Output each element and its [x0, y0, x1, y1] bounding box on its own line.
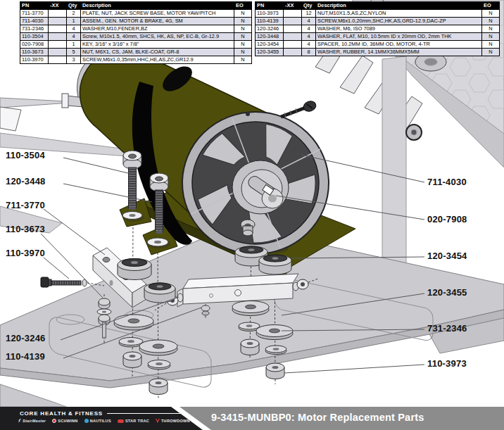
table-cell: 4 — [302, 25, 316, 33]
brand-logo-nautilus: NAUTILUS — [84, 419, 111, 423]
exploded-view-illustration — [0, 0, 504, 430]
table-cell: 2 — [67, 10, 81, 18]
hex-screw-horizontal — [41, 277, 87, 287]
table-cell — [284, 49, 302, 56]
table-cell: 110-3973 — [256, 10, 284, 18]
parts-table-left: PN-XXQtyDescriptionEO711-37702PLATE, NUT… — [20, 1, 252, 64]
brand-name: StairMaster — [23, 419, 46, 423]
table-cell — [284, 25, 302, 33]
table-cell — [49, 25, 67, 33]
table-cell — [49, 49, 67, 56]
footer-bar: CORE HEALTH & FITNESS StairMasterSCHWINN… — [0, 407, 504, 430]
motor-screw — [281, 99, 317, 118]
table-row: 110-35044Screw, M10x1.5, 40mm, SHCS, HK,… — [20, 33, 252, 41]
table-cell — [49, 33, 67, 41]
brand-name: THROWDOWN — [161, 419, 190, 423]
leader-line-711-3770 — [44, 209, 105, 255]
table-cell: N — [482, 49, 500, 56]
table-cell: 1 — [67, 41, 81, 49]
table-cell: 4 — [302, 18, 316, 25]
parts-diagram-page: PN-XXQtyDescriptionEO711-37702PLATE, NUT… — [0, 0, 504, 430]
table-cell: 711-4030 — [20, 18, 49, 25]
table-cell: NUT,M10X1.5,AS,ZC,NYLON — [316, 10, 482, 18]
table-row: 120-34558WASHER, RUBBER, 14.1MMX36MMX5MM… — [256, 49, 500, 56]
table-cell: N — [234, 49, 252, 56]
divider-rule — [107, 413, 182, 414]
column-header: EO — [234, 2, 252, 10]
column-header: Qty — [302, 2, 316, 10]
brand-icon-stairmaster — [18, 419, 21, 423]
table-row: 110-39703SCREW,M6x1.0,35mm,HHC,HE,AS,ZC,… — [20, 56, 252, 64]
table-cell: SCREW,M6x1.0,20mm,SHC,HK,AS,GRD-12.9,DAC… — [316, 18, 482, 25]
table-cell: 4 — [302, 33, 316, 41]
document-title: 9-3415-MUNBP0: Motor Replacement Parts — [211, 412, 424, 423]
table-cell: N — [482, 33, 500, 41]
table-row: 731-23464WASHER,M10,FENDER,BZN — [20, 25, 252, 33]
table-cell — [49, 56, 67, 64]
table-cell — [49, 41, 67, 49]
table-cell: 110-3673 — [20, 49, 49, 56]
table-cell — [284, 33, 302, 41]
table-cell: N — [234, 41, 252, 49]
table-cell: 120-3448 — [256, 33, 284, 41]
leader-line-110-3973 — [284, 365, 424, 373]
table-cell: N — [482, 10, 500, 18]
brand-icon-throwdown — [156, 419, 160, 423]
table-row: 110-36735NUT, M6X1, CS, JAM, BLKE-COAT, … — [20, 49, 252, 56]
column-header: EO — [482, 2, 500, 10]
table-cell: WASHER, M6, ISO 7089 — [316, 25, 482, 33]
table-cell: N — [234, 33, 252, 41]
table-row: 120-34484WASHER, FLAT, M10, 10.5mm ID x … — [256, 33, 500, 41]
brand-logo-stairmaster: StairMaster — [18, 419, 46, 423]
table-cell: 110-3504 — [20, 33, 49, 41]
parts-table-right: PN-XXQtyDescriptionEO110-397312NUT,M10X1… — [255, 1, 500, 56]
brand-name: SCHWINN — [58, 419, 77, 423]
column-header: Description — [316, 2, 482, 10]
table-cell — [284, 10, 302, 18]
table-cell: N — [482, 25, 500, 33]
table-cell: 4 — [67, 25, 81, 33]
table-row: 020-79081KEY, 3/16" x 3/16" x 7/8"N — [20, 41, 252, 49]
column-header: PN — [256, 2, 284, 10]
table-cell: 711-3770 — [20, 10, 49, 18]
table-cell: WASHER, FLAT, M10, 10.5mm ID x 20mm OD, … — [316, 33, 482, 41]
company-name-row: CORE HEALTH & FITNESS — [20, 410, 182, 417]
brand-icon-star-trac — [118, 419, 124, 423]
table-cell: N — [234, 56, 252, 64]
column-header: Qty — [67, 2, 81, 10]
table-cell: 120-3454 — [256, 41, 284, 49]
table-cell: 120-3246 — [256, 25, 284, 33]
table-cell: N — [482, 41, 500, 49]
brand-name: STAR TRAC — [125, 419, 149, 423]
table-cell — [49, 18, 67, 25]
table-cell: ASSEM., GEN. MOTOR & BRAKE, 4G, SM — [81, 18, 234, 25]
table-row: 711-37702PLATE, NUT, JACK SCREW BASE, MO… — [20, 10, 252, 18]
table-cell: 120-3455 — [256, 49, 284, 56]
table-cell: 4 — [67, 33, 81, 41]
column-header: -XX — [49, 2, 67, 10]
table-cell: Screw, M10x1.5, 40mm, SHCS, HK, AS, NP, … — [81, 33, 234, 41]
brand-logo-star-trac: STAR TRAC — [118, 419, 149, 423]
table-cell: 020-7908 — [20, 41, 49, 49]
table-cell: 8 — [302, 49, 316, 56]
table-row: 110-397312NUT,M10X1.5,AS,ZC,NYLONN — [256, 10, 500, 18]
table-cell — [49, 10, 67, 18]
table-cell: N — [234, 25, 252, 33]
table-cell: WASHER, RUBBER, 14.1MMX36MMX5MM — [316, 49, 482, 56]
brand-icon-nautilus — [84, 419, 89, 423]
table-cell: SCREW,M6x1.0,35mm,HHC,HE,AS,ZC,GR12.9 — [81, 56, 234, 64]
table-cell: N — [234, 18, 252, 25]
table-cell: 1 — [67, 18, 81, 25]
table-cell: 110-3970 — [20, 56, 49, 64]
brand-icon-schwinn — [52, 419, 56, 423]
table-cell: N — [482, 18, 500, 25]
table-cell — [284, 41, 302, 49]
table-row: 110-41394SCREW,M6x1.0,20mm,SHC,HK,AS,GRD… — [256, 18, 500, 25]
table-cell: NUT, M6X1, CS, JAM, BLKE-COAT, GR-8 — [81, 49, 234, 56]
brand-logo-throwdown: THROWDOWN — [156, 419, 190, 423]
company-name: CORE HEALTH & FITNESS — [20, 410, 103, 417]
brand-logo-schwinn: SCHWINN — [52, 419, 77, 423]
table-cell: 731-2346 — [20, 25, 49, 33]
leader-line-120-3448 — [63, 184, 152, 202]
table-cell: N — [234, 10, 252, 18]
